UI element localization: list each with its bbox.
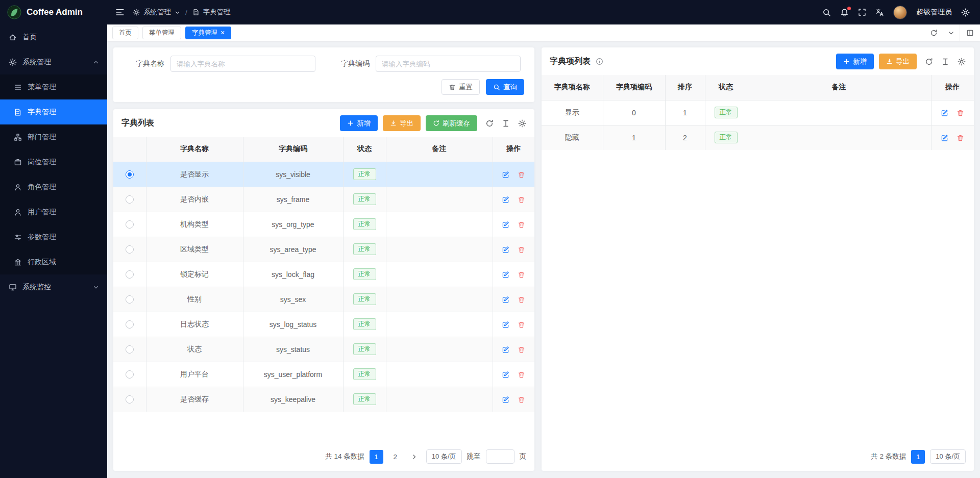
- column-setting-icon[interactable]: [941, 58, 949, 66]
- jump-page-input[interactable]: [486, 449, 514, 464]
- delete-icon[interactable]: [957, 109, 964, 117]
- page-button-1[interactable]: 1: [370, 450, 383, 464]
- gear-icon[interactable]: [518, 119, 526, 128]
- settings-gear-icon[interactable]: [961, 8, 970, 17]
- sidebar-item-4[interactable]: 岗位管理: [0, 149, 107, 174]
- dict-row[interactable]: 是否缓存sys_keepalive正常: [113, 387, 534, 412]
- edit-icon[interactable]: [502, 271, 509, 279]
- delete-icon[interactable]: [518, 396, 525, 404]
- add-button[interactable]: 新增: [836, 54, 874, 69]
- column-setting-icon[interactable]: [502, 119, 510, 128]
- breadcrumb-parent[interactable]: 系统管理: [143, 8, 171, 17]
- row-radio[interactable]: [126, 245, 134, 254]
- menu-fold-icon[interactable]: [115, 8, 125, 17]
- export-button[interactable]: 导出: [879, 54, 917, 69]
- dict-row[interactable]: 状态sys_status正常: [113, 337, 534, 362]
- dict-row[interactable]: 日志状态sys_log_status正常: [113, 312, 534, 337]
- row-radio[interactable]: [126, 320, 134, 329]
- delete-icon[interactable]: [518, 296, 525, 304]
- page-size-select[interactable]: 10 条/页: [426, 449, 462, 464]
- delete-icon[interactable]: [518, 221, 525, 229]
- sidebar-item-home[interactable]: 首页: [0, 24, 107, 49]
- row-radio[interactable]: [126, 395, 134, 404]
- refresh-icon[interactable]: [925, 58, 933, 66]
- notification-bell-icon[interactable]: [840, 8, 849, 17]
- refresh-icon[interactable]: [485, 119, 494, 128]
- page-size-select[interactable]: 10 条/页: [930, 449, 966, 464]
- reset-button[interactable]: 重置: [442, 79, 480, 95]
- fullscreen-icon[interactable]: [858, 8, 866, 16]
- dict-row[interactable]: 锁定标记sys_lock_flag正常: [113, 262, 534, 287]
- delete-icon[interactable]: [518, 196, 525, 204]
- edit-icon[interactable]: [502, 296, 509, 304]
- expand-icon[interactable]: [960, 24, 980, 41]
- app-logo[interactable]: Coffee Admin: [0, 0, 107, 24]
- edit-icon[interactable]: [502, 371, 509, 379]
- avatar[interactable]: [893, 6, 907, 19]
- row-radio[interactable]: [126, 270, 134, 279]
- delete-icon[interactable]: [518, 271, 525, 279]
- query-button[interactable]: 查询: [486, 79, 524, 95]
- row-radio[interactable]: [126, 370, 134, 379]
- edit-icon[interactable]: [502, 321, 509, 329]
- sidebar-item-8[interactable]: 行政区域: [0, 249, 107, 274]
- export-button[interactable]: 导出: [383, 115, 421, 131]
- sidebar-item-3[interactable]: 部门管理: [0, 124, 107, 149]
- dict-table: 字典名称 字典编码 状态 备注 操作 是否显示sys_visible正常是否内嵌…: [113, 137, 534, 412]
- refresh-icon[interactable]: [925, 24, 942, 41]
- sidebar-item-5[interactable]: 角色管理: [0, 174, 107, 199]
- dict-item-row[interactable]: 隐藏12正常: [542, 125, 974, 150]
- sidebar-group-system[interactable]: 系统管理: [0, 49, 107, 74]
- translate-icon[interactable]: [875, 8, 884, 17]
- delete-icon[interactable]: [518, 371, 525, 379]
- delete-icon[interactable]: [518, 321, 525, 329]
- search-icon[interactable]: [822, 8, 831, 17]
- chevron-down-icon[interactable]: [942, 24, 960, 41]
- row-radio[interactable]: [126, 195, 134, 204]
- user-name[interactable]: 超级管理员: [916, 8, 952, 17]
- row-radio[interactable]: [126, 345, 134, 354]
- info-icon[interactable]: [596, 58, 603, 65]
- status-badge: 正常: [353, 268, 376, 280]
- page-button-2[interactable]: 2: [388, 450, 402, 464]
- tab-menu-manage[interactable]: 菜单管理: [142, 27, 181, 39]
- dict-row[interactable]: 用户平台sys_user_platform正常: [113, 362, 534, 387]
- delete-icon[interactable]: [518, 171, 525, 179]
- edit-icon[interactable]: [502, 346, 509, 354]
- row-radio[interactable]: [126, 170, 134, 179]
- page-button-1[interactable]: 1: [911, 450, 925, 464]
- sidebar-item-2[interactable]: 字典管理: [0, 99, 107, 124]
- sidebar-item-7[interactable]: 参数管理: [0, 224, 107, 249]
- dict-row[interactable]: 性别sys_sex正常: [113, 287, 534, 312]
- edit-icon[interactable]: [502, 196, 509, 204]
- dict-code-input[interactable]: [376, 56, 521, 72]
- edit-icon[interactable]: [502, 221, 509, 229]
- dict-row[interactable]: 机构类型sys_org_type正常: [113, 212, 534, 237]
- close-icon[interactable]: ×: [220, 29, 225, 36]
- tab-home[interactable]: 首页: [112, 27, 138, 39]
- sidebar-group-monitor[interactable]: 系统监控: [0, 274, 107, 299]
- next-page-icon[interactable]: [407, 450, 421, 464]
- refresh-cache-button[interactable]: 刷新缓存: [426, 115, 477, 131]
- column-header: 字典项名称: [542, 75, 603, 100]
- delete-icon[interactable]: [957, 134, 964, 142]
- add-button[interactable]: 新增: [340, 115, 378, 131]
- row-radio[interactable]: [126, 220, 134, 229]
- edit-icon[interactable]: [502, 246, 509, 254]
- dict-item-row[interactable]: 显示01正常: [542, 100, 974, 125]
- dict-row[interactable]: 是否显示sys_visible正常: [113, 162, 534, 187]
- sidebar-item-1[interactable]: 菜单管理: [0, 74, 107, 99]
- sidebar-item-6[interactable]: 用户管理: [0, 199, 107, 224]
- row-radio[interactable]: [126, 295, 134, 304]
- dict-row[interactable]: 是否内嵌sys_frame正常: [113, 187, 534, 212]
- edit-icon[interactable]: [502, 171, 509, 179]
- delete-icon[interactable]: [518, 246, 525, 254]
- edit-icon[interactable]: [502, 396, 509, 404]
- dict-row[interactable]: 区域类型sys_area_type正常: [113, 237, 534, 262]
- edit-icon[interactable]: [941, 134, 948, 142]
- delete-icon[interactable]: [518, 346, 525, 354]
- gear-icon[interactable]: [958, 58, 966, 66]
- tab-dict-manage[interactable]: 字典管理×: [185, 27, 231, 39]
- edit-icon[interactable]: [941, 109, 948, 117]
- dict-name-input[interactable]: [170, 56, 315, 72]
